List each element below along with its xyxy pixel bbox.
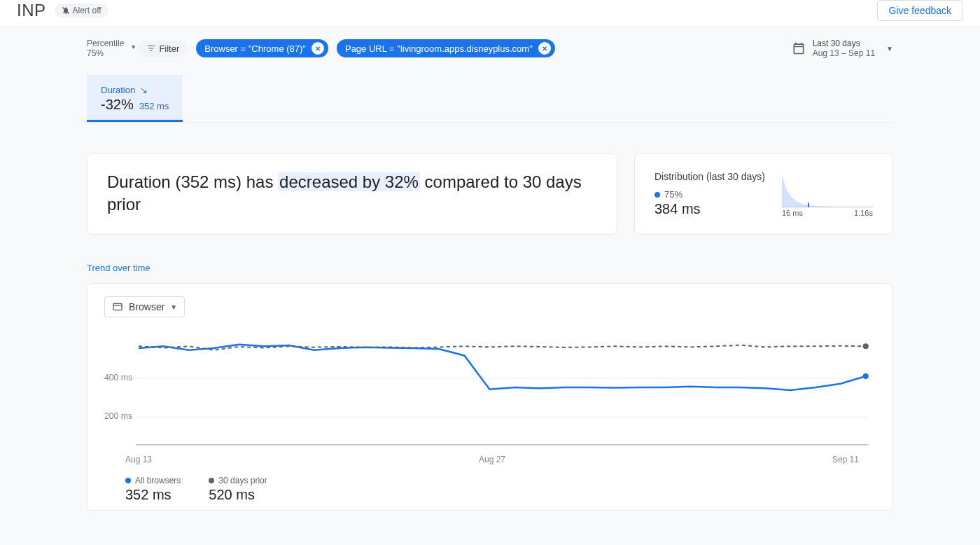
date-range-value: Aug 13 – Sep 11 [813,48,875,58]
alert-off-chip[interactable]: Alert off [55,4,108,18]
x-tick: Sep 11 [832,455,859,464]
filter-button-label: Filter [159,43,179,54]
summary-pre: Duration (352 ms) has [107,172,278,191]
svg-rect-2 [113,303,122,310]
date-range-picker[interactable]: Last 30 days Aug 13 – Sep 11 ▼ [792,39,893,58]
legend-label: 30 days prior [218,476,267,485]
tab-percent: -32% [101,97,134,113]
chevron-down-icon: ▼ [886,45,893,53]
percentile-label: Percentile [87,39,124,48]
x-tick: Aug 27 [479,455,505,464]
summary-card: Duration (352 ms) has decreased by 32% c… [87,153,617,235]
page-title: INP [17,1,46,20]
browser-icon [112,301,123,312]
filter-chip-url[interactable]: Page URL = "livingroom.apps.disneyplus.c… [337,39,555,57]
give-feedback-button[interactable]: Give feedback [877,0,964,21]
bell-off-icon [62,6,70,15]
percentile-value: 75% [87,48,124,58]
distribution-value: 384 ms [654,201,771,217]
dot-icon [125,478,131,483]
date-range-label: Last 30 days [813,39,875,48]
chip-close-icon[interactable] [312,42,324,55]
dist-axis-min: 16 ms [782,209,803,217]
y-tick-200: 200 ms [104,411,132,421]
tab-duration[interactable]: Duration -32% 352 ms [87,75,183,122]
chip-close-icon[interactable] [538,42,551,55]
distribution-sparkline [782,171,873,207]
dot-icon [209,478,214,483]
trend-section-title: Trend over time [87,263,893,273]
legend-30-days-prior: 30 days prior 520 ms [209,476,267,503]
summary-text: Duration (352 ms) has decreased by 32% c… [107,171,597,216]
tab-ms: 352 ms [139,101,169,111]
browser-dd-label: Browser [129,301,164,312]
dot-icon [654,192,660,198]
filter-chip-text: Browser = "Chrome (87)" [204,43,306,54]
legend-value: 352 ms [125,487,181,503]
filter-chip-text: Page URL = "livingroom.apps.disneyplus.c… [345,43,533,54]
filter-button[interactable]: Filter [138,41,188,57]
filter-chip-browser[interactable]: Browser = "Chrome (87)" [196,39,328,57]
distribution-percentile: 75% [654,189,771,200]
legend-value: 520 ms [209,487,267,503]
svg-point-8 [863,343,869,349]
calendar-icon [792,41,806,55]
browser-dropdown[interactable]: Browser ▼ [104,296,185,317]
trend-line-chart: 400 ms 200 ms [104,324,876,450]
distribution-pct-label: 75% [664,189,682,200]
distribution-title: Distribution (last 30 days) [654,171,771,182]
percentile-dropdown[interactable]: Percentile 75% [87,39,124,58]
svg-point-7 [863,373,869,379]
trend-chart-card: Browser ▼ 400 ms 200 ms Aug 13 Aug 27 Se… [87,283,893,511]
distribution-card: Distribution (last 30 days) 75% 384 ms 1… [634,153,893,235]
alert-off-label: Alert off [73,6,102,15]
filter-icon [146,43,156,53]
y-tick-400: 400 ms [104,373,132,382]
dist-axis-max: 1.16s [854,209,873,217]
legend-label: All browsers [135,476,181,485]
tab-label: Duration [101,85,135,95]
trend-down-icon [139,86,148,95]
chevron-down-icon: ▼ [170,303,177,311]
legend-all-browsers: All browsers 352 ms [125,476,181,503]
x-tick: Aug 13 [125,455,152,464]
summary-highlight: decreased by 32% [278,172,420,191]
